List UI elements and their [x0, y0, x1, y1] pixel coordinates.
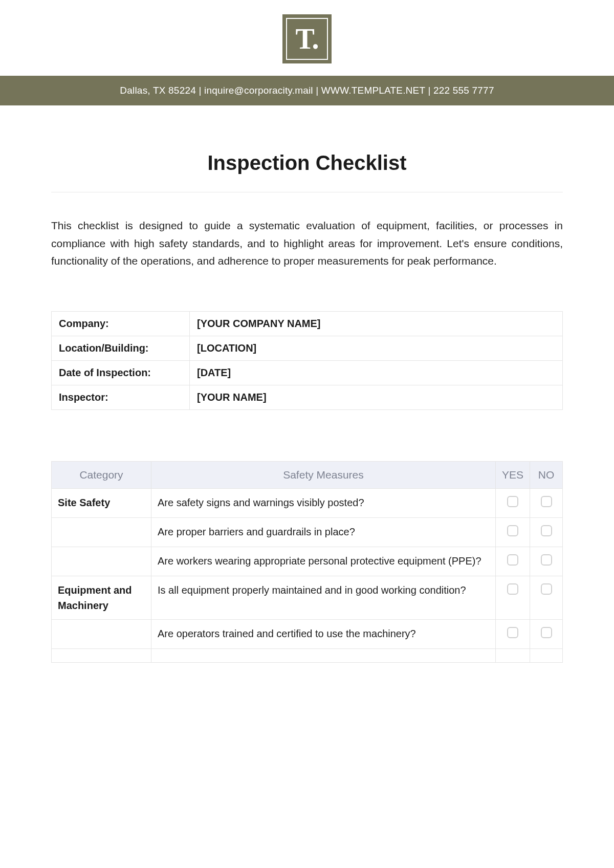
checkbox-icon[interactable]: [507, 627, 518, 638]
yes-cell: [495, 648, 530, 662]
checkbox-icon[interactable]: [507, 496, 518, 507]
checkbox-icon[interactable]: [541, 525, 552, 536]
category-cell: [52, 619, 151, 648]
table-row: Date of Inspection: [DATE]: [52, 360, 563, 385]
checkbox-icon[interactable]: [541, 554, 552, 566]
info-value[interactable]: [YOUR COMPANY NAME]: [190, 311, 563, 336]
table-row: Are workers wearing appropriate personal…: [52, 547, 563, 576]
category-cell: [52, 517, 151, 547]
page-title: Inspection Checklist: [51, 151, 563, 175]
yes-cell: [495, 619, 530, 648]
yes-cell: [495, 488, 530, 517]
table-row: Inspector: [YOUR NAME]: [52, 385, 563, 409]
no-cell: [530, 576, 563, 619]
logo-container: T.: [0, 0, 614, 76]
header-contact-text: Dallas, TX 85224 | inquire@corporacity.m…: [120, 85, 494, 96]
checkbox-icon[interactable]: [507, 583, 518, 595]
info-value[interactable]: [YOUR NAME]: [190, 385, 563, 409]
category-cell: [52, 547, 151, 576]
info-label: Date of Inspection:: [52, 360, 190, 385]
yes-cell: [495, 517, 530, 547]
no-cell: [530, 488, 563, 517]
table-row: Are operators trained and certified to u…: [52, 619, 563, 648]
header-contact-bar: Dallas, TX 85224 | inquire@corporacity.m…: [0, 76, 614, 105]
checkbox-icon[interactable]: [507, 554, 518, 566]
category-cell: Equipment and Machinery: [52, 576, 151, 619]
measure-cell: Is all equipment properly maintained and…: [151, 576, 496, 619]
measure-cell: [151, 648, 496, 662]
logo-text: T.: [295, 25, 318, 53]
intro-paragraph: This checklist is designed to guide a sy…: [51, 217, 563, 270]
logo-icon: T.: [282, 14, 332, 63]
info-value[interactable]: [DATE]: [190, 360, 563, 385]
table-row: Are proper barriers and guardrails in pl…: [52, 517, 563, 547]
table-row: Location/Building: [LOCATION]: [52, 336, 563, 360]
table-row: Site Safety Are safety signs and warning…: [52, 488, 563, 517]
col-yes: YES: [495, 461, 530, 488]
col-category: Category: [52, 461, 151, 488]
info-table: Company: [YOUR COMPANY NAME] Location/Bu…: [51, 311, 563, 410]
measure-cell: Are safety signs and warnings visibly po…: [151, 488, 496, 517]
checklist-table: Category Safety Measures YES NO Site Saf…: [51, 461, 563, 663]
measure-cell: Are workers wearing appropriate personal…: [151, 547, 496, 576]
yes-cell: [495, 547, 530, 576]
info-value[interactable]: [LOCATION]: [190, 336, 563, 360]
checkbox-icon[interactable]: [541, 496, 552, 507]
no-cell: [530, 648, 563, 662]
info-label: Inspector:: [52, 385, 190, 409]
checkbox-icon[interactable]: [541, 627, 552, 638]
no-cell: [530, 547, 563, 576]
category-cell: [52, 648, 151, 662]
no-cell: [530, 517, 563, 547]
checkbox-icon[interactable]: [541, 583, 552, 595]
col-measures: Safety Measures: [151, 461, 496, 488]
category-cell: Site Safety: [52, 488, 151, 517]
measure-cell: Are operators trained and certified to u…: [151, 619, 496, 648]
col-no: NO: [530, 461, 563, 488]
no-cell: [530, 619, 563, 648]
document-content: Inspection Checklist This checklist is d…: [0, 151, 614, 663]
table-row: Company: [YOUR COMPANY NAME]: [52, 311, 563, 336]
info-label: Company:: [52, 311, 190, 336]
table-row: [52, 648, 563, 662]
table-row: Equipment and Machinery Is all equipment…: [52, 576, 563, 619]
yes-cell: [495, 576, 530, 619]
table-header-row: Category Safety Measures YES NO: [52, 461, 563, 488]
info-label: Location/Building:: [52, 336, 190, 360]
measure-cell: Are proper barriers and guardrails in pl…: [151, 517, 496, 547]
title-divider: [51, 192, 563, 192]
checkbox-icon[interactable]: [507, 525, 518, 536]
